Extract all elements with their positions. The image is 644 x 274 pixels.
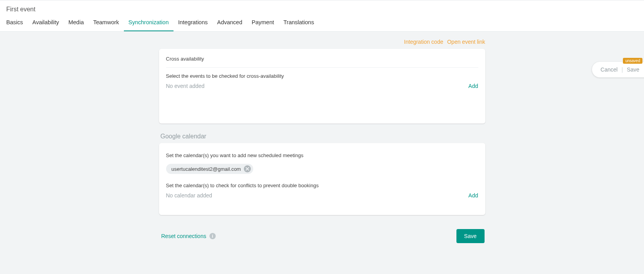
calendar-chip: usertucalenditest2@gmail.com bbox=[166, 164, 254, 174]
floating-cancel[interactable]: Cancel bbox=[601, 66, 618, 73]
event-title: First event bbox=[0, 0, 644, 14]
tab-integrations[interactable]: Integrations bbox=[174, 14, 213, 31]
gcal-line2: Set the calendar(s) to check for conflic… bbox=[166, 183, 478, 188]
reset-connections-label: Reset connections bbox=[161, 233, 206, 239]
open-event-link[interactable]: Open event link bbox=[447, 39, 485, 45]
floating-divider: | bbox=[621, 66, 623, 73]
top-links: Integration code Open event link bbox=[159, 39, 485, 45]
save-button[interactable]: Save bbox=[456, 229, 485, 243]
gcal-conflict-add[interactable]: Add bbox=[469, 192, 478, 199]
cross-availability-subtitle: Select the events to be checked for cros… bbox=[166, 73, 478, 79]
tab-media[interactable]: Media bbox=[64, 14, 89, 31]
cross-availability-card: Cross availability Select the events to … bbox=[159, 49, 485, 124]
tab-teamwork[interactable]: Teamwork bbox=[88, 14, 123, 31]
remove-chip-icon[interactable] bbox=[244, 165, 251, 172]
cross-availability-add[interactable]: Add bbox=[469, 83, 478, 89]
tab-payment[interactable]: Payment bbox=[247, 14, 279, 31]
cross-availability-title: Cross availability bbox=[166, 56, 478, 68]
tab-translations[interactable]: Translations bbox=[279, 14, 318, 31]
google-calendar-card: Set the calendar(s) you want to add new … bbox=[159, 143, 485, 215]
google-calendar-label: Google calendar bbox=[161, 133, 485, 140]
info-icon: i bbox=[209, 233, 216, 239]
tab-advanced[interactable]: Advanced bbox=[213, 14, 247, 31]
tab-basics[interactable]: Basics bbox=[2, 14, 28, 31]
gcal-conflict-empty: No calendar added bbox=[166, 192, 212, 199]
cross-availability-row: No event added Add bbox=[166, 83, 478, 89]
floating-save[interactable]: Save bbox=[627, 66, 639, 73]
gcal-conflict-row: No calendar added Add bbox=[166, 192, 478, 199]
tab-synchronization[interactable]: Synchronization bbox=[124, 14, 174, 31]
gcal-line1: Set the calendar(s) you want to add new … bbox=[166, 152, 478, 158]
tab-availability[interactable]: Availability bbox=[28, 14, 64, 31]
tabs-row: Basics Availability Media Teamwork Synch… bbox=[0, 14, 644, 31]
calendar-chip-email: usertucalenditest2@gmail.com bbox=[172, 166, 241, 172]
integration-code-link[interactable]: Integration code bbox=[404, 39, 443, 45]
floating-save-pill: Cancel | Save bbox=[592, 62, 644, 77]
footer-row: Reset connections i Save bbox=[159, 224, 485, 243]
main-content: Integration code Open event link Cross a… bbox=[159, 32, 485, 243]
reset-connections-link[interactable]: Reset connections i bbox=[161, 233, 216, 239]
unsaved-badge: unsaved bbox=[623, 58, 642, 64]
cross-availability-empty: No event added bbox=[166, 83, 205, 89]
header-bar: First event Basics Availability Media Te… bbox=[0, 0, 644, 32]
